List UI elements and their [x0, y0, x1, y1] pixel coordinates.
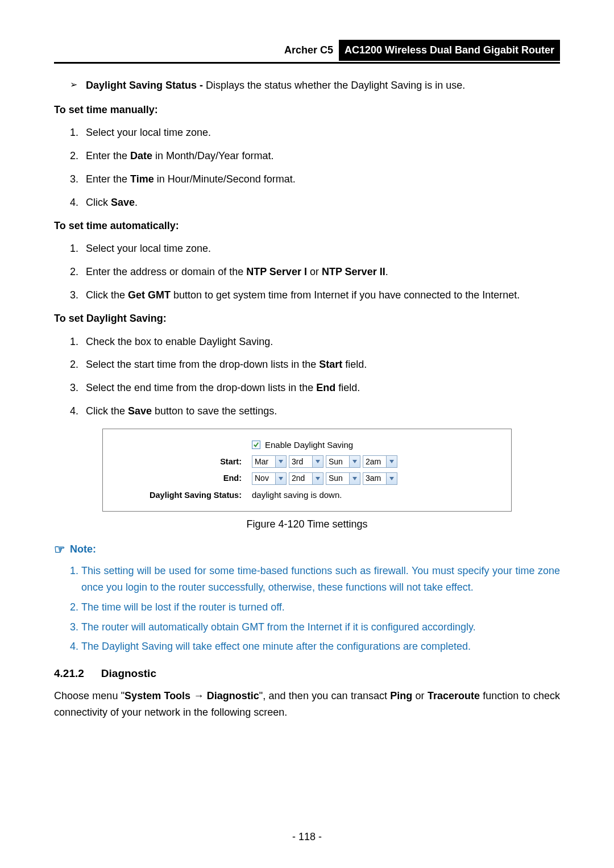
- svg-marker-0: [279, 460, 283, 463]
- text-bold: System Tools: [125, 690, 190, 701]
- select-value: 3rd: [289, 455, 313, 468]
- end-hour-select[interactable]: 3am: [363, 472, 397, 485]
- chevron-down-icon: [350, 472, 360, 485]
- select-value: 2am: [363, 455, 387, 468]
- list-item: Select your local time zone.: [81, 240, 560, 257]
- figure-row-start: Start: Mar 3rd Sun 2am: [111, 455, 503, 468]
- chevron-down-icon: [276, 455, 287, 468]
- svg-marker-5: [316, 477, 320, 480]
- bullet-label: Daylight Saving Status -: [86, 80, 203, 91]
- text-bold: Date: [130, 150, 152, 161]
- start-cell: Mar 3rd Sun 2am: [252, 455, 397, 468]
- text: Select your local time zone.: [86, 127, 211, 138]
- text: Click the: [86, 289, 128, 301]
- select-value: Sun: [326, 472, 350, 485]
- text-bold: Diagnostic: [207, 690, 259, 701]
- list-item: Select the start time from the drop-down…: [81, 356, 560, 373]
- figure-time-settings: Enable Daylight Saving Start: Mar 3rd Su…: [102, 429, 512, 512]
- start-month-select[interactable]: Mar: [252, 455, 287, 468]
- text: Select your local time zone.: [86, 243, 211, 254]
- text: in Month/Day/Year format.: [152, 150, 273, 161]
- end-week-select[interactable]: 2nd: [289, 472, 323, 485]
- enable-cell: Enable Daylight Saving: [252, 438, 353, 452]
- list-item: Select the end time from the drop-down l…: [81, 380, 560, 396]
- section-heading: 4.21.2 Diagnostic: [54, 665, 560, 682]
- enable-daylight-checkbox[interactable]: [252, 441, 260, 449]
- select-value: Sun: [326, 455, 350, 468]
- text: in Hour/Minute/Second format.: [154, 173, 296, 185]
- select-value: Mar: [252, 455, 276, 468]
- text: Check the box to enable Daylight Saving.: [86, 336, 273, 347]
- text-bold: Ping: [390, 690, 412, 701]
- text: Click the: [86, 405, 128, 417]
- start-week-select[interactable]: 3rd: [289, 455, 323, 468]
- page-header-inner: Archer C5 AC1200 Wireless Dual Band Giga…: [279, 40, 560, 61]
- heading-manual: To set time manually:: [54, 102, 560, 118]
- list-ds: Check the box to enable Daylight Saving.…: [54, 334, 560, 420]
- triangle-bullet-icon: ➢: [70, 77, 86, 94]
- status-label: Daylight Saving Status:: [111, 489, 252, 502]
- text: or: [307, 266, 322, 277]
- page: Archer C5 AC1200 Wireless Dual Band Giga…: [0, 0, 614, 868]
- diagnostic-paragraph: Choose menu "System Tools → Diagnostic",…: [54, 688, 560, 721]
- select-value: Nov: [252, 472, 276, 485]
- note-item: The Daylight Saving will take effect one…: [81, 638, 560, 655]
- end-month-select[interactable]: Nov: [252, 472, 287, 485]
- chevron-down-icon: [313, 472, 323, 485]
- start-day-select[interactable]: Sun: [326, 455, 360, 468]
- heading-ds: To set Daylight Saving:: [54, 310, 560, 327]
- text: Select the start time from the drop-down…: [86, 359, 319, 370]
- select-value: 2nd: [289, 472, 313, 485]
- status-value: daylight saving is down.: [252, 488, 342, 502]
- header-model: Archer C5: [279, 40, 339, 61]
- start-label: Start:: [111, 455, 252, 468]
- note-item: The time will be lost if the router is t…: [81, 599, 560, 616]
- chevron-down-icon: [387, 455, 397, 468]
- text-bold: Traceroute: [428, 690, 480, 701]
- select-value: 3am: [363, 472, 387, 485]
- text: .: [385, 266, 388, 277]
- chevron-down-icon: [313, 455, 323, 468]
- bullet-daylight-status: ➢ Daylight Saving Status - Displays the …: [70, 77, 560, 94]
- text-bold: NTP Server I: [246, 266, 307, 277]
- text-bold: Start: [319, 359, 342, 370]
- svg-marker-7: [389, 477, 394, 480]
- list-item: Check the box to enable Daylight Saving.: [81, 334, 560, 350]
- page-header: Archer C5 AC1200 Wireless Dual Band Giga…: [54, 40, 560, 64]
- list-auto: Select your local time zone. Enter the a…: [54, 240, 560, 303]
- text: Choose menu ": [54, 690, 125, 701]
- text-bold: Get GMT: [128, 289, 171, 301]
- list-item: Enter the Date in Month/Day/Year format.: [81, 148, 560, 164]
- note-label: Note:: [70, 541, 96, 558]
- start-hour-select[interactable]: 2am: [363, 455, 397, 468]
- bullet-text: Daylight Saving Status - Displays the st…: [86, 77, 560, 94]
- page-number: - 118 -: [0, 829, 614, 845]
- text: .: [135, 197, 138, 208]
- end-label: End:: [111, 472, 252, 485]
- section-number: 4.21.2: [54, 665, 84, 682]
- end-cell: Nov 2nd Sun 3am: [252, 472, 397, 485]
- header-product: AC1200 Wireless Dual Band Gigabit Router: [339, 40, 560, 61]
- enable-daylight-label: Enable Daylight Saving: [265, 438, 353, 452]
- text-bold: Time: [130, 173, 154, 185]
- text-bold: NTP Server II: [322, 266, 385, 277]
- list-item: Enter the address or domain of the NTP S…: [81, 264, 560, 280]
- text: field.: [335, 382, 360, 393]
- end-day-select[interactable]: Sun: [326, 472, 360, 485]
- svg-marker-2: [352, 460, 357, 463]
- list-item: Click the Get GMT button to get system t…: [81, 287, 560, 304]
- chevron-down-icon: [350, 455, 360, 468]
- list-item: Click Save.: [81, 194, 560, 211]
- text: Enter the: [86, 173, 130, 185]
- chevron-down-icon: [276, 472, 287, 485]
- figure-row-end: End: Nov 2nd Sun 3am: [111, 472, 503, 485]
- text: Enter the address or domain of the: [86, 266, 246, 277]
- figure-row-status: Daylight Saving Status: daylight saving …: [111, 488, 503, 502]
- note-item: This setting will be used for some time-…: [81, 563, 560, 596]
- list-item: Enter the Time in Hour/Minute/Second for…: [81, 171, 560, 188]
- svg-marker-6: [352, 477, 357, 480]
- text: button to save the settings.: [152, 405, 277, 417]
- note-heading: ☞ Note:: [54, 539, 560, 559]
- check-icon: [253, 442, 259, 448]
- pointing-hand-icon: ☞: [54, 539, 65, 559]
